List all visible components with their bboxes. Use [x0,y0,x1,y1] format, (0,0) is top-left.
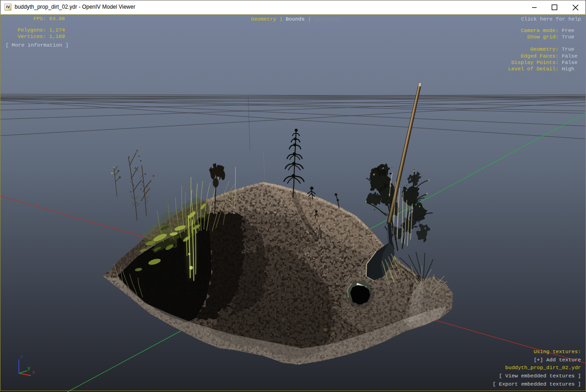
svg-text:z: z [20,354,23,360]
svg-text:x: x [32,370,35,375]
svg-text:y: y [27,366,31,371]
